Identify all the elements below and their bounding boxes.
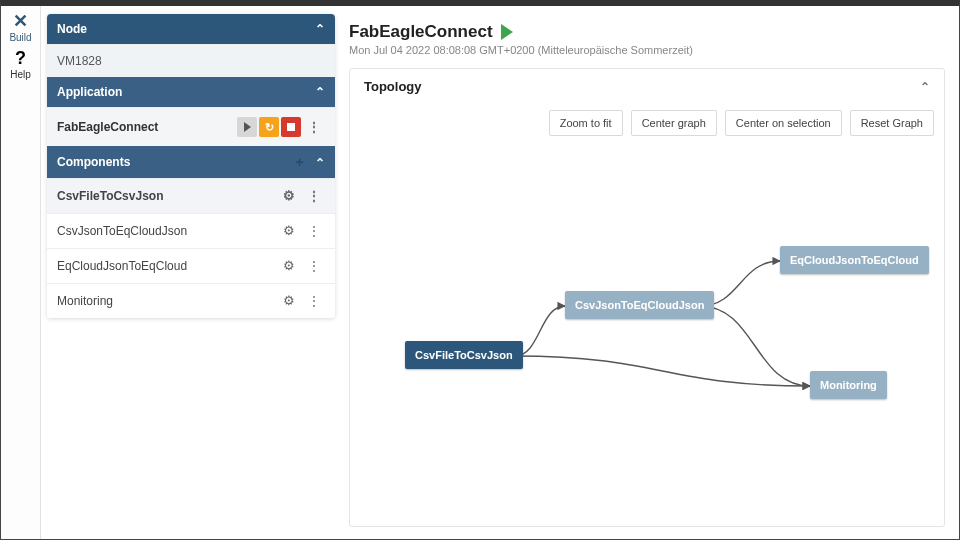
- graph-node-monitor[interactable]: Monitoring: [810, 371, 887, 399]
- component-row[interactable]: CsvFileToCsvJson⚙⋮: [47, 178, 335, 213]
- sidebar: Node ⌃ VM1828 Application ⌃ FabEagleConn…: [41, 6, 341, 539]
- topology-card: Topology ⌃ Zoom to fit Center graph Cent…: [349, 68, 945, 527]
- graph-node-csvfile[interactable]: CsvFileToCsvJson: [405, 341, 523, 369]
- section-header-components[interactable]: Components + ⌃: [47, 146, 335, 178]
- center-graph-button[interactable]: Center graph: [631, 110, 717, 136]
- component-label: CsvJsonToEqCloudJson: [57, 224, 187, 238]
- chevron-up-icon: ⌃: [920, 80, 930, 94]
- kebab-icon[interactable]: ⋮: [303, 293, 325, 309]
- section-right: + ⌃: [295, 154, 325, 170]
- section-title: Application: [57, 85, 122, 99]
- chevron-up-icon: ⌃: [315, 85, 325, 99]
- component-row-actions: ⚙⋮: [283, 258, 325, 274]
- reset-graph-button[interactable]: Reset Graph: [850, 110, 934, 136]
- component-row-actions: ⚙⋮: [283, 223, 325, 239]
- left-rail-build[interactable]: ✕ Build: [1, 12, 40, 43]
- section-title: Components: [57, 155, 130, 169]
- zoom-to-fit-button[interactable]: Zoom to fit: [549, 110, 623, 136]
- kebab-icon[interactable]: ⋮: [303, 258, 325, 274]
- component-row[interactable]: Monitoring⚙⋮: [47, 283, 335, 318]
- component-label: Monitoring: [57, 294, 113, 308]
- kebab-icon[interactable]: ⋮: [303, 188, 325, 204]
- application-actions: ↻ ⋮: [237, 117, 325, 137]
- section-header-node[interactable]: Node ⌃: [47, 14, 335, 44]
- gear-icon[interactable]: ⚙: [283, 188, 295, 204]
- play-icon: [501, 24, 513, 40]
- main-area: FabEagleConnect Mon Jul 04 2022 08:08:08…: [341, 6, 959, 539]
- topology-header[interactable]: Topology ⌃: [350, 69, 944, 104]
- component-row[interactable]: CsvJsonToEqCloudJson⚙⋮: [47, 213, 335, 248]
- component-row-actions: ⚙⋮: [283, 188, 325, 204]
- component-row[interactable]: EqCloudJsonToEqCloud⚙⋮: [47, 248, 335, 283]
- component-label: EqCloudJsonToEqCloud: [57, 259, 187, 273]
- topology-title: Topology: [364, 79, 422, 94]
- page-title: FabEagleConnect: [349, 22, 493, 42]
- stop-button[interactable]: [281, 117, 301, 137]
- topology-actions: Zoom to fit Center graph Center on selec…: [350, 104, 944, 146]
- component-label: CsvFileToCsvJson: [57, 189, 163, 203]
- help-icon: ?: [1, 49, 40, 67]
- graph-node-eqcloud[interactable]: EqCloudJsonToEqCloud: [780, 246, 929, 274]
- node-vm-label: VM1828: [57, 54, 102, 68]
- gear-icon[interactable]: ⚙: [283, 223, 295, 239]
- gear-icon[interactable]: ⚙: [283, 293, 295, 309]
- application-name: FabEagleConnect: [57, 120, 158, 134]
- left-rail: ✕ Build ? Help: [1, 6, 41, 539]
- topology-graph[interactable]: CsvFileToCsvJsonCsvJsonToEqCloudJsonEqCl…: [350, 146, 944, 526]
- chevron-up-icon: ⌃: [315, 156, 325, 170]
- graph-node-csvjson[interactable]: CsvJsonToEqCloudJson: [565, 291, 714, 319]
- page-title-row: FabEagleConnect: [349, 22, 945, 42]
- kebab-icon[interactable]: ⋮: [303, 223, 325, 239]
- tools-icon: ✕: [1, 12, 40, 30]
- chevron-up-icon: ⌃: [315, 22, 325, 36]
- left-rail-help-label: Help: [1, 69, 40, 80]
- kebab-icon[interactable]: ⋮: [303, 119, 325, 135]
- refresh-button[interactable]: ↻: [259, 117, 279, 137]
- left-rail-build-label: Build: [1, 32, 40, 43]
- plus-icon[interactable]: +: [295, 154, 303, 170]
- application-row[interactable]: FabEagleConnect ↻ ⋮: [47, 107, 335, 146]
- node-vm-row[interactable]: VM1828: [47, 44, 335, 77]
- graph-edges: [350, 146, 944, 526]
- section-title: Node: [57, 22, 87, 36]
- play-button[interactable]: [237, 117, 257, 137]
- section-header-application[interactable]: Application ⌃: [47, 77, 335, 107]
- gear-icon[interactable]: ⚙: [283, 258, 295, 274]
- left-rail-help[interactable]: ? Help: [1, 49, 40, 80]
- page-timestamp: Mon Jul 04 2022 08:08:08 GMT+0200 (Mitte…: [349, 44, 945, 56]
- graph-edge: [700, 306, 810, 386]
- center-on-selection-button[interactable]: Center on selection: [725, 110, 842, 136]
- sidebar-panel: Node ⌃ VM1828 Application ⌃ FabEagleConn…: [47, 14, 335, 318]
- component-row-actions: ⚙⋮: [283, 293, 325, 309]
